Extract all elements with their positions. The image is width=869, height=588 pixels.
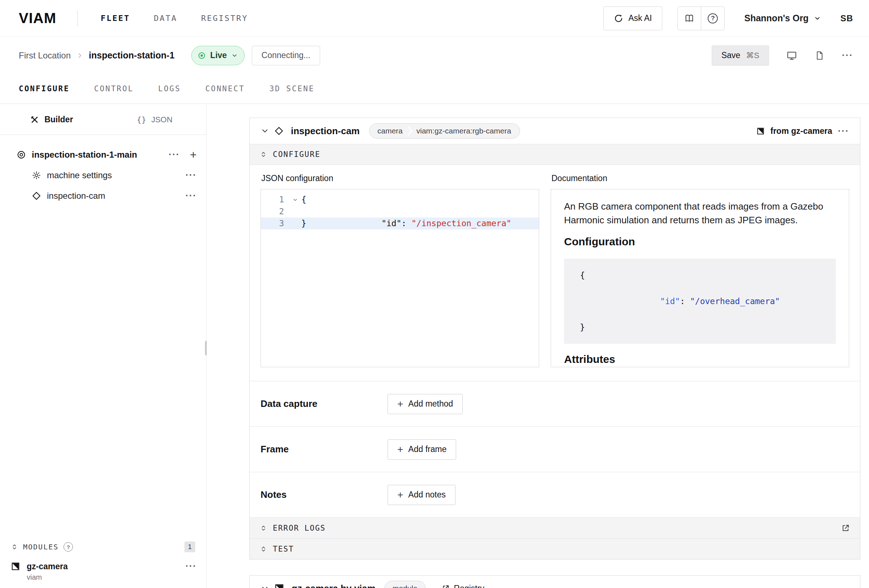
module-card-title: gz-camera by viam bbox=[292, 583, 376, 588]
breadcrumb-chevron-icon bbox=[77, 52, 83, 59]
test-label: TEST bbox=[273, 545, 294, 553]
add-component-button[interactable]: + bbox=[190, 149, 197, 160]
doc-attributes-heading: Attributes bbox=[564, 353, 836, 366]
doc-code-colon: : bbox=[680, 296, 690, 306]
machine-name: inspection-station-1 bbox=[89, 50, 175, 61]
ask-ai-button[interactable]: Ask AI bbox=[604, 6, 662, 30]
unfold-icon bbox=[260, 545, 267, 552]
json-label: JSON bbox=[151, 115, 172, 124]
tree-row-inspection-cam[interactable]: inspection-cam ··· bbox=[0, 185, 206, 206]
builder-label: Builder bbox=[44, 115, 73, 124]
collapse-chevron-icon[interactable] bbox=[261, 584, 269, 588]
builder-tools-icon bbox=[30, 115, 39, 124]
save-button[interactable]: Save ⌘S bbox=[712, 46, 769, 66]
external-link-icon[interactable] bbox=[841, 524, 850, 532]
machine-more-menu[interactable]: ··· bbox=[842, 51, 853, 60]
line-number: 1 bbox=[261, 194, 289, 206]
live-status-badge[interactable]: Live bbox=[191, 46, 245, 65]
module-list-item[interactable]: gz-camera viam ··· bbox=[0, 555, 206, 583]
component-name: inspection-cam bbox=[291, 126, 360, 137]
machine-header-bar: First Location inspection-station-1 Live… bbox=[0, 37, 869, 74]
docs-book-icon[interactable] bbox=[678, 7, 701, 30]
frame-label: Frame bbox=[261, 444, 388, 455]
add-method-button[interactable]: + Add method bbox=[388, 394, 463, 414]
breadcrumb-location[interactable]: First Location bbox=[19, 50, 71, 61]
doc-code-value: "/overhead_camera" bbox=[690, 296, 780, 306]
tab-logs[interactable]: LOGS bbox=[158, 84, 181, 93]
component-diamond-icon bbox=[32, 191, 41, 201]
plus-icon: + bbox=[397, 444, 403, 455]
type-badge: camera bbox=[369, 127, 407, 135]
colon-token: : bbox=[401, 219, 411, 228]
machine-monitor-icon[interactable] bbox=[786, 50, 797, 61]
doc-code-open: { bbox=[580, 269, 825, 282]
code-token: { bbox=[301, 194, 306, 206]
machine-part-icon bbox=[16, 150, 26, 160]
doc-configuration-heading: Configuration bbox=[564, 235, 836, 248]
tab-control[interactable]: CONTROL bbox=[94, 84, 134, 93]
main-part-more-menu[interactable]: ··· bbox=[169, 150, 180, 159]
json-mode-toggle[interactable]: {} JSON bbox=[103, 105, 206, 135]
documentation-label: Documentation bbox=[552, 173, 849, 183]
inspection-cam-more-menu[interactable]: ··· bbox=[185, 191, 197, 200]
component-type-model-badges: camera viam:gz-camera:rgb-camera bbox=[369, 123, 521, 139]
plus-icon: + bbox=[397, 399, 403, 409]
live-indicator-icon bbox=[197, 51, 206, 60]
chevron-down-icon bbox=[231, 52, 238, 59]
viam-logo[interactable]: VIAM bbox=[19, 10, 56, 26]
modules-count-badge: 1 bbox=[184, 542, 195, 552]
editor-line-2: 2 "id": "/inspection_camera" bbox=[261, 206, 539, 218]
builder-mode-toggle[interactable]: Builder bbox=[0, 105, 103, 135]
test-bar[interactable]: TEST bbox=[250, 538, 860, 559]
configure-main: inspection-cam camera viam:gz-camera:rgb… bbox=[207, 105, 869, 588]
tab-3d-scene[interactable]: 3D SCENE bbox=[269, 84, 314, 93]
modules-header[interactable]: MODULES ? 1 bbox=[0, 539, 206, 555]
registry-link[interactable]: Registry bbox=[442, 584, 484, 588]
add-method-label: Add method bbox=[408, 399, 453, 409]
component-diamond-icon bbox=[274, 126, 284, 136]
primary-nav: FLEET DATA REGISTRY bbox=[101, 14, 248, 23]
org-switcher[interactable]: Shannon's Org bbox=[744, 13, 821, 24]
user-avatar[interactable]: SB bbox=[841, 13, 853, 24]
add-notes-label: Add notes bbox=[408, 490, 446, 500]
tab-configure[interactable]: CONFIGURE bbox=[19, 84, 70, 93]
code-token: } bbox=[301, 218, 306, 230]
tab-connect[interactable]: CONNECT bbox=[205, 84, 245, 93]
tree-row-main-part[interactable]: inspection-station-1-main ··· + bbox=[0, 144, 206, 165]
configure-section-bar[interactable]: CONFIGURE bbox=[250, 144, 860, 165]
machine-part-tree: inspection-station-1-main ··· + machine … bbox=[0, 135, 206, 206]
json-key-token: "id" bbox=[381, 219, 401, 228]
fold-chevron-icon[interactable] bbox=[289, 194, 301, 206]
tree-row-machine-settings[interactable]: machine settings ··· bbox=[0, 165, 206, 185]
nav-item-data[interactable]: DATA bbox=[154, 14, 177, 23]
add-notes-button[interactable]: + Add notes bbox=[388, 485, 455, 505]
machine-settings-more-menu[interactable]: ··· bbox=[185, 170, 197, 180]
component-more-menu[interactable]: ··· bbox=[838, 127, 849, 136]
doc-code-block: { "id": "/overhead_camera" } bbox=[564, 259, 836, 344]
error-logs-bar[interactable]: ERROR LOGS bbox=[250, 517, 860, 538]
help-icon[interactable]: ? bbox=[701, 7, 724, 30]
module-icon bbox=[11, 562, 20, 571]
gear-icon bbox=[32, 170, 41, 180]
documentation-panel: An RGB camera component that reads image… bbox=[551, 189, 849, 367]
from-module-label: from gz-camera bbox=[771, 126, 832, 136]
builder-json-toggle: Builder {} JSON bbox=[0, 105, 206, 135]
module-type-badge: module bbox=[384, 581, 426, 588]
connecting-button[interactable]: Connecting... bbox=[252, 46, 320, 65]
machine-document-icon[interactable] bbox=[814, 50, 825, 61]
add-frame-button[interactable]: + Add frame bbox=[388, 439, 456, 459]
module-name: gz-camera bbox=[27, 562, 68, 572]
module-more-menu[interactable]: ··· bbox=[185, 562, 197, 571]
collapse-chevron-icon[interactable] bbox=[261, 127, 269, 135]
nav-item-registry[interactable]: REGISTRY bbox=[201, 14, 248, 23]
modules-help-icon[interactable]: ? bbox=[64, 542, 73, 552]
json-config-editor[interactable]: 1 { 2 "id": "/inspection_camera" bbox=[261, 189, 539, 367]
braces-icon: {} bbox=[137, 115, 147, 124]
ai-sparkle-icon bbox=[614, 14, 623, 23]
inspection-cam-label: inspection-cam bbox=[47, 191, 105, 201]
nav-item-fleet[interactable]: FLEET bbox=[101, 14, 130, 23]
module-card-header: gz-camera by viam module Registry bbox=[250, 576, 860, 588]
module-card-gz-camera: gz-camera by viam module Registry bbox=[249, 575, 860, 588]
doc-code-close: } bbox=[580, 321, 825, 334]
module-icon bbox=[274, 583, 285, 588]
